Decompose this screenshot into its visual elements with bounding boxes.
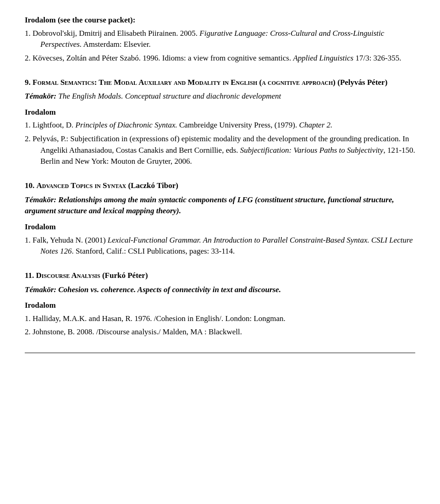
section-11-ref-2: Johnstone, B. 2008. /Discourse analysis.… — [25, 327, 415, 338]
section-9-temakör: Témakör: The English Modals. Conceptual … — [25, 91, 415, 102]
section-10: 10. Advanced Topics in Syntax (Laczkó Ti… — [25, 180, 415, 257]
section-11: 11. Discourse Analysis (Furkó Péter) Tém… — [25, 270, 415, 338]
section-9-ref-1: Lightfoot, D. Principles of Diachronic S… — [25, 120, 415, 131]
section-9-author: (Pelyvás Péter) — [337, 78, 387, 87]
intro-ref-1-italic: Figurative Language: Cross-Cultural and … — [40, 29, 384, 49]
section-11-number: 11. — [25, 271, 36, 280]
section-9-temakör-label: Témakör: — [25, 92, 56, 100]
section-10-ref-list: Falk, Yehuda N. (2001) Lexical-Functiona… — [25, 235, 415, 257]
section-11-temakör-label: Témakör: Cohesion vs. coherence. Aspects… — [25, 285, 281, 294]
section-9-ref-list: Lightfoot, D. Principles of Diachronic S… — [25, 120, 415, 167]
section-9-smallcaps: Formal Semantics: The Modal Auxiliary an… — [33, 78, 387, 87]
section-9-temakör-text: The English Modals. Conceptual structure… — [56, 92, 281, 100]
s9r1-italic: Principles of Diachronic Syntax. — [76, 121, 177, 129]
section-11-irodalom: Irodalom — [25, 300, 415, 311]
s9r2-italic: Subjectification: Various Paths to Subje… — [240, 146, 384, 155]
section-10-smallcaps: Advanced Topics in Syntax (Laczkó Tibor) — [37, 181, 178, 190]
section-10-temakör: Témakör: Relationships among the main sy… — [25, 194, 415, 217]
intro-ref-1: Dobrovol'skij, Dmitrij and Elisabeth Pii… — [25, 28, 415, 50]
section-11-title: 11. Discourse Analysis (Furkó Péter) — [25, 270, 415, 282]
section-11-temakör: Témakör: Cohesion vs. coherence. Aspects… — [25, 284, 415, 296]
section-11-author: (Furkó Péter) — [102, 271, 148, 280]
intro-ref-2-italic: Applied Linguistics — [293, 54, 353, 62]
section-9-ref-2: Pelyvás, P.: Subjectification in (expres… — [25, 133, 415, 167]
section-9: 9. Formal Semantics: The Modal Auxiliary… — [25, 77, 415, 167]
bottom-rule — [25, 353, 415, 353]
section-9-irodalom: Irodalom — [25, 107, 415, 118]
section-10-irodalom: Irodalom — [25, 222, 415, 233]
section-10-temakör-label: Témakör: Relationships among the main sy… — [25, 195, 394, 216]
section-11-ref-list: Halliday, M.A.K. and Hasan, R. 1976. /Co… — [25, 313, 415, 338]
s9r1-chapter: Chapter 2. — [299, 121, 333, 129]
intro-section: Irodalom (see the course packet): Dobrov… — [25, 15, 415, 64]
intro-ref-list: Dobrovol'skij, Dmitrij and Elisabeth Pii… — [25, 28, 415, 64]
section-9-title: 9. Formal Semantics: The Modal Auxiliary… — [25, 77, 415, 89]
section-10-title: 10. Advanced Topics in Syntax (Laczkó Ti… — [25, 180, 415, 192]
intro-ref-2: Kövecses, Zoltán and Péter Szabó. 1996. … — [25, 53, 415, 64]
section-11-ref-1: Halliday, M.A.K. and Hasan, R. 1976. /Co… — [25, 313, 415, 325]
section-10-ref-1: Falk, Yehuda N. (2001) Lexical-Functiona… — [25, 235, 415, 257]
section-10-number: 10. — [25, 181, 37, 190]
section-11-smallcaps: Discourse Analysis (Furkó Péter) — [36, 271, 148, 280]
s10r1-italic: Lexical-Functional Grammar. An Introduct… — [40, 236, 412, 256]
intro-ref-header: Irodalom (see the course packet): — [25, 15, 415, 26]
section-10-author: (Laczkó Tibor) — [128, 181, 178, 190]
section-9-number: 9. — [25, 78, 33, 87]
